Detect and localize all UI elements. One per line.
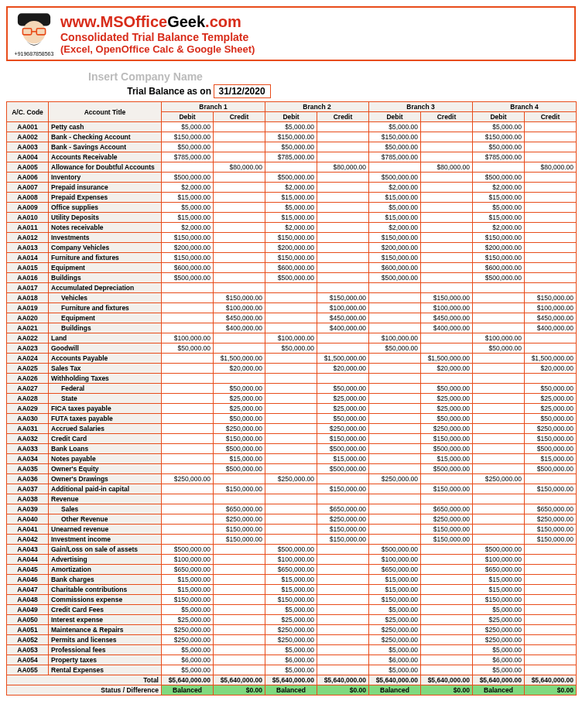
credit-cell[interactable]: $25,000.00 xyxy=(421,394,473,404)
credit-cell[interactable]: $650,000.00 xyxy=(317,504,369,514)
credit-cell[interactable]: $150,000.00 xyxy=(214,525,265,535)
debit-cell[interactable]: $15,000.00 xyxy=(473,575,525,585)
credit-cell[interactable] xyxy=(421,555,473,565)
debit-cell[interactable] xyxy=(162,484,214,494)
debit-cell[interactable]: $50,000.00 xyxy=(473,142,525,152)
credit-cell[interactable] xyxy=(317,374,369,384)
credit-cell[interactable]: $150,000.00 xyxy=(525,484,577,494)
credit-cell[interactable]: $150,000.00 xyxy=(421,484,473,494)
credit-cell[interactable] xyxy=(214,213,265,223)
debit-cell[interactable] xyxy=(369,525,421,535)
credit-cell[interactable]: $50,000.00 xyxy=(214,384,265,394)
credit-cell[interactable]: $100,000.00 xyxy=(525,303,577,313)
debit-cell[interactable]: $250,000.00 xyxy=(369,474,421,484)
debit-cell[interactable] xyxy=(162,434,214,444)
credit-cell[interactable] xyxy=(421,615,473,625)
debit-cell[interactable]: $500,000.00 xyxy=(162,173,214,183)
credit-cell[interactable] xyxy=(214,283,265,293)
debit-cell[interactable] xyxy=(162,414,214,424)
debit-cell[interactable]: $5,000.00 xyxy=(265,605,317,615)
credit-cell[interactable] xyxy=(317,565,369,575)
debit-cell[interactable] xyxy=(473,293,525,303)
credit-cell[interactable] xyxy=(525,183,577,193)
debit-cell[interactable]: $50,000.00 xyxy=(162,142,214,152)
credit-cell[interactable]: $250,000.00 xyxy=(421,424,473,434)
debit-cell[interactable]: $600,000.00 xyxy=(369,263,421,273)
debit-cell[interactable] xyxy=(473,283,525,293)
credit-cell[interactable]: $50,000.00 xyxy=(317,384,369,394)
debit-cell[interactable]: $200,000.00 xyxy=(162,243,214,253)
debit-cell[interactable]: $50,000.00 xyxy=(265,142,317,152)
credit-cell[interactable]: $150,000.00 xyxy=(214,293,265,303)
credit-cell[interactable] xyxy=(317,655,369,665)
credit-cell[interactable] xyxy=(525,132,577,142)
debit-cell[interactable] xyxy=(473,414,525,424)
credit-cell[interactable]: $250,000.00 xyxy=(214,514,265,525)
credit-cell[interactable]: $250,000.00 xyxy=(421,514,473,525)
debit-cell[interactable] xyxy=(265,394,317,404)
credit-cell[interactable] xyxy=(214,655,265,665)
credit-cell[interactable] xyxy=(317,273,369,283)
debit-cell[interactable]: $150,000.00 xyxy=(265,132,317,142)
debit-cell[interactable]: $200,000.00 xyxy=(265,243,317,253)
credit-cell[interactable] xyxy=(525,343,577,354)
debit-cell[interactable] xyxy=(369,514,421,525)
credit-cell[interactable]: $1,500,000.00 xyxy=(421,354,473,364)
debit-cell[interactable] xyxy=(473,494,525,504)
debit-cell[interactable]: $15,000.00 xyxy=(369,213,421,223)
debit-cell[interactable]: $15,000.00 xyxy=(265,213,317,223)
credit-cell[interactable] xyxy=(317,243,369,253)
credit-cell[interactable] xyxy=(214,173,265,183)
credit-cell[interactable]: $150,000.00 xyxy=(317,484,369,494)
credit-cell[interactable]: $50,000.00 xyxy=(317,414,369,424)
debit-cell[interactable]: $500,000.00 xyxy=(473,173,525,183)
debit-cell[interactable]: $15,000.00 xyxy=(473,585,525,595)
debit-cell[interactable] xyxy=(369,404,421,414)
credit-cell[interactable] xyxy=(214,343,265,354)
debit-cell[interactable]: $150,000.00 xyxy=(473,595,525,605)
credit-cell[interactable]: $80,000.00 xyxy=(421,162,473,173)
debit-cell[interactable]: $5,000.00 xyxy=(265,645,317,655)
credit-cell[interactable] xyxy=(421,122,473,132)
credit-cell[interactable] xyxy=(214,595,265,605)
debit-cell[interactable]: $150,000.00 xyxy=(162,253,214,263)
credit-cell[interactable] xyxy=(317,645,369,655)
debit-cell[interactable] xyxy=(162,464,214,474)
debit-cell[interactable]: $5,000.00 xyxy=(473,122,525,132)
credit-cell[interactable] xyxy=(317,283,369,293)
credit-cell[interactable]: $150,000.00 xyxy=(214,484,265,494)
debit-cell[interactable]: $600,000.00 xyxy=(162,263,214,273)
credit-cell[interactable] xyxy=(525,253,577,263)
debit-cell[interactable]: $2,000.00 xyxy=(162,183,214,193)
credit-cell[interactable] xyxy=(525,333,577,343)
credit-cell[interactable]: $250,000.00 xyxy=(525,424,577,434)
debit-cell[interactable]: $650,000.00 xyxy=(369,565,421,575)
debit-cell[interactable]: $15,000.00 xyxy=(265,193,317,203)
credit-cell[interactable] xyxy=(421,203,473,213)
debit-cell[interactable] xyxy=(473,514,525,525)
debit-cell[interactable] xyxy=(162,494,214,504)
debit-cell[interactable] xyxy=(369,454,421,464)
credit-cell[interactable] xyxy=(525,635,577,645)
credit-cell[interactable]: $500,000.00 xyxy=(525,444,577,454)
debit-cell[interactable] xyxy=(162,514,214,525)
credit-cell[interactable]: $15,000.00 xyxy=(214,454,265,464)
credit-cell[interactable]: $150,000.00 xyxy=(525,293,577,303)
debit-cell[interactable] xyxy=(162,162,214,173)
debit-cell[interactable] xyxy=(473,404,525,414)
debit-cell[interactable]: $150,000.00 xyxy=(473,253,525,263)
debit-cell[interactable] xyxy=(265,454,317,464)
debit-cell[interactable]: $500,000.00 xyxy=(265,273,317,283)
debit-cell[interactable]: $5,000.00 xyxy=(473,665,525,675)
debit-cell[interactable] xyxy=(473,535,525,545)
credit-cell[interactable]: $450,000.00 xyxy=(525,313,577,323)
credit-cell[interactable]: $650,000.00 xyxy=(214,504,265,514)
credit-cell[interactable]: $500,000.00 xyxy=(421,464,473,474)
company-name-placeholder[interactable]: Insert Company Name xyxy=(6,67,285,84)
debit-cell[interactable]: $250,000.00 xyxy=(162,474,214,484)
debit-cell[interactable]: $15,000.00 xyxy=(369,585,421,595)
debit-cell[interactable] xyxy=(473,323,525,333)
debit-cell[interactable]: $15,000.00 xyxy=(162,575,214,585)
debit-cell[interactable] xyxy=(265,162,317,173)
debit-cell[interactable]: $250,000.00 xyxy=(369,635,421,645)
